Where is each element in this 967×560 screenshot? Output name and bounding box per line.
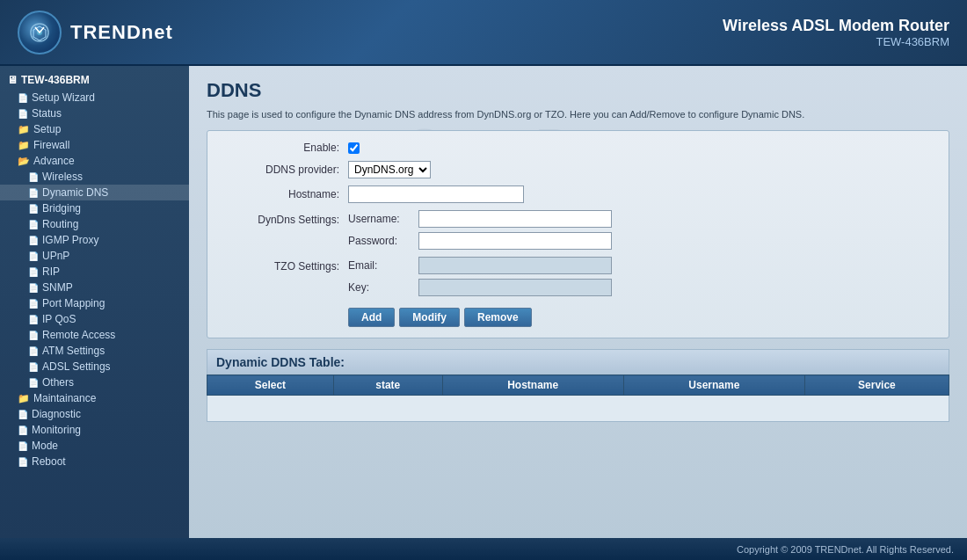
dyndns-settings-label: DynDns Settings: <box>221 210 348 226</box>
brand-name: TRENDnet <box>70 21 173 44</box>
hostname-input[interactable] <box>348 185 524 203</box>
provider-select[interactable]: DynDNS.org TZO <box>348 161 431 178</box>
sidebar-item-diagnostic[interactable]: 📄 Diagnostic <box>0 406 189 422</box>
page-icon: 📄 <box>28 204 39 214</box>
sidebar-item-monitoring[interactable]: 📄 Monitoring <box>0 422 189 438</box>
sidebar-item-advance[interactable]: 📂 Advance <box>0 153 189 169</box>
sidebar-item-mode[interactable]: 📄 Mode <box>0 438 189 454</box>
ddns-form: Enable: DDNS provider: DynDNS.org TZO Ho… <box>207 130 949 338</box>
sidebar-item-snmp[interactable]: 📄 SNMP <box>0 280 189 295</box>
page-icon: 📄 <box>28 172 39 182</box>
page-icon: 📄 <box>28 267 39 277</box>
page-icon: 📄 <box>28 315 39 324</box>
product-model: TEW-436BRM <box>723 35 949 48</box>
sidebar-item-remote-access[interactable]: 📄 Remote Access <box>0 327 189 343</box>
page-icon: 📄 <box>28 346 39 356</box>
email-input[interactable] <box>418 257 612 274</box>
email-row: Email: <box>348 257 935 274</box>
tzo-settings-group: Email: Key: <box>348 257 935 296</box>
dyndns-settings-group: Username: Password: <box>348 210 935 250</box>
sidebar-item-setup-wizard[interactable]: 📄 Setup Wizard <box>0 90 189 105</box>
sidebar-item-firewall[interactable]: 📁 Firewall <box>0 137 189 153</box>
tzo-settings-row: TZO Settings: Email: Key: <box>221 257 935 296</box>
page-icon: 📄 <box>18 457 28 467</box>
folder-icon: 📁 <box>18 124 30 135</box>
add-button[interactable]: Add <box>348 308 395 327</box>
sidebar-item-routing[interactable]: 📄 Routing <box>0 216 189 232</box>
sidebar-root[interactable]: 🖥 TEW-436BRM <box>0 70 189 90</box>
footer: Copyright © 2009 TRENDnet. All Rights Re… <box>0 538 967 560</box>
key-input[interactable] <box>418 279 612 296</box>
dyndns-settings-row: DynDns Settings: Username: Password: <box>221 210 935 250</box>
content-area: SetupRouter.co DDNS This page is used to… <box>189 66 967 538</box>
page-icon: 📄 <box>28 378 39 388</box>
table-title: Dynamic DDNS Table: <box>207 349 949 375</box>
page-icon: 📄 <box>28 362 39 372</box>
sidebar-item-wireless[interactable]: 📄 Wireless <box>0 169 189 185</box>
hostname-row: Hostname: <box>221 185 935 203</box>
folder-icon: 📁 <box>18 140 30 151</box>
sidebar-item-rip[interactable]: 📄 RIP <box>0 264 189 280</box>
col-username: Username <box>623 375 804 396</box>
product-title: Wireless ADSL Modem Router <box>723 17 949 35</box>
modify-button[interactable]: Modify <box>399 308 460 327</box>
sidebar-item-bridging[interactable]: 📄 Bridging <box>0 200 189 216</box>
page-icon: 📄 <box>28 251 39 261</box>
enable-label: Enable: <box>221 142 348 154</box>
sidebar-item-dynamic-dns[interactable]: 📄 Dynamic DNS <box>0 185 189 200</box>
page-icon: 📄 <box>18 93 28 103</box>
page-icon: 📄 <box>28 220 39 229</box>
password-input[interactable] <box>418 232 612 250</box>
page-icon: 📄 <box>18 109 28 119</box>
sidebar-item-adsl-settings[interactable]: 📄 ADSL Settings <box>0 359 189 375</box>
col-state: state <box>333 375 442 396</box>
provider-label: DDNS provider: <box>221 164 348 176</box>
sidebar-item-ip-qos[interactable]: 📄 IP QoS <box>0 311 189 327</box>
ddns-table-section: Dynamic DDNS Table: Select state Hostnam… <box>207 349 949 422</box>
folder-open-icon: 📂 <box>18 156 30 167</box>
col-select: Select <box>207 375 334 396</box>
table-header-row: Select state Hostname Username Service <box>207 375 949 396</box>
page-icon: 📄 <box>28 236 39 245</box>
key-row: Key: <box>348 279 935 296</box>
sidebar-item-setup[interactable]: 📁 Setup <box>0 121 189 137</box>
email-label: Email: <box>348 259 418 272</box>
username-input[interactable] <box>418 210 612 228</box>
button-row: Add Modify Remove <box>221 303 935 327</box>
sidebar-item-igmp-proxy[interactable]: 📄 IGMP Proxy <box>0 232 189 248</box>
page-description: This page is used to configure the Dynam… <box>207 109 949 120</box>
page-icon: 📄 <box>28 283 39 293</box>
sidebar-item-atm-settings[interactable]: 📄 ATM Settings <box>0 343 189 359</box>
sidebar-item-port-mapping[interactable]: 📄 Port Mapping <box>0 295 189 311</box>
header: TRENDnet Wireless ADSL Modem Router TEW-… <box>0 0 967 66</box>
col-hostname: Hostname <box>442 375 623 396</box>
remove-button[interactable]: Remove <box>464 308 532 327</box>
password-row: Password: <box>348 232 935 250</box>
sidebar-item-others[interactable]: 📄 Others <box>0 375 189 390</box>
main-layout: 🖥 TEW-436BRM 📄 Setup Wizard 📄 Status 📁 S… <box>0 66 967 538</box>
sidebar-item-upnp[interactable]: 📄 UPnP <box>0 248 189 264</box>
page-icon: 📄 <box>28 331 39 340</box>
page-icon: 📄 <box>18 441 28 451</box>
copyright-text: Copyright © 2009 TRENDnet. All Rights Re… <box>737 544 954 555</box>
page-title: DDNS <box>207 79 949 102</box>
sidebar-item-status[interactable]: 📄 Status <box>0 105 189 121</box>
provider-row: DDNS provider: DynDNS.org TZO <box>221 161 935 178</box>
sidebar-item-reboot[interactable]: 📄 Reboot <box>0 454 189 469</box>
table-empty-row <box>207 396 949 422</box>
username-row: Username: <box>348 210 935 228</box>
logo-area: TRENDnet <box>18 11 173 55</box>
col-service: Service <box>804 375 949 396</box>
page-icon: 📄 <box>28 188 39 198</box>
page-icon: 📄 <box>18 410 28 419</box>
sidebar: 🖥 TEW-436BRM 📄 Setup Wizard 📄 Status 📁 S… <box>0 66 189 538</box>
key-label: Key: <box>348 281 418 294</box>
folder-icon: 📁 <box>18 393 30 404</box>
enable-row: Enable: <box>221 142 935 154</box>
action-buttons: Add Modify Remove <box>348 308 532 327</box>
sidebar-item-maintainance[interactable]: 📁 Maintainance <box>0 390 189 406</box>
enable-checkbox[interactable] <box>348 142 360 154</box>
password-label: Password: <box>348 235 418 247</box>
username-label: Username: <box>348 213 418 225</box>
page-icon: 📄 <box>28 299 39 309</box>
